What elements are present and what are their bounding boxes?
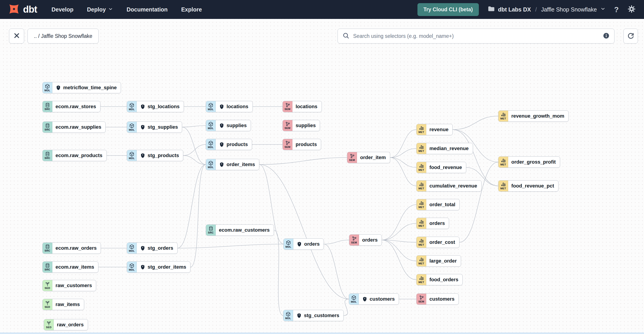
- lineage-breadcrumb[interactable]: .. / Jaffle Shop Snowflake: [28, 29, 98, 43]
- node-type-badge: MDL: [129, 250, 135, 252]
- node-order_items[interactable]: MDLorder_items: [206, 159, 259, 170]
- node-type-badge: MET: [418, 225, 424, 227]
- node-type-badge: MDL: [129, 157, 135, 160]
- node-label: customers: [359, 294, 399, 305]
- node-orders_mdl[interactable]: MDLorders: [284, 238, 324, 250]
- node-order_total[interactable]: METorder_total: [416, 199, 460, 210]
- node-type-badge: MET: [418, 281, 424, 284]
- node-type-badge: SRC: [44, 249, 50, 252]
- metric-chart-icon: MET: [416, 274, 426, 285]
- node-label: products: [292, 139, 321, 150]
- node-type-badge: SRC: [44, 268, 50, 271]
- node-type-badge: MDL: [44, 89, 50, 92]
- project-chevron-down-icon[interactable]: [600, 6, 606, 13]
- node-cumulative_revenue[interactable]: METcumulative_revenue: [416, 180, 482, 191]
- gear-icon[interactable]: [627, 5, 636, 14]
- project-name[interactable]: Jaffle Shop Snowflake: [541, 6, 597, 13]
- node-customers_sem[interactable]: SEMcustomers: [416, 293, 459, 305]
- node-ecom_raw_customers[interactable]: SRCecom.raw_customers: [206, 224, 274, 236]
- node-locations_sem[interactable]: SEMlocations: [282, 101, 322, 112]
- node-label: ecom.raw_items: [52, 262, 98, 273]
- node-stg_order_items[interactable]: MDLstg_order_items: [127, 261, 190, 273]
- node-label: food_revenue_pct: [508, 180, 558, 191]
- bottom-accent-bar: [0, 333, 644, 334]
- node-stg_customers[interactable]: MDLstg_customers: [283, 310, 344, 321]
- node-stg_products[interactable]: MDLstg_products: [127, 150, 183, 161]
- node-food_orders[interactable]: METfood_orders: [416, 274, 462, 285]
- node-revenue_growth_mom[interactable]: METrevenue_growth_mom: [498, 110, 569, 122]
- dbt-logo-icon: [8, 3, 20, 16]
- node-orders_met[interactable]: METorders: [416, 218, 449, 229]
- info-icon[interactable]: [603, 32, 610, 40]
- database-icon: SRC: [43, 243, 52, 254]
- node-order_gross_profit[interactable]: METorder_gross_profit: [498, 157, 560, 168]
- nav-item-documentation[interactable]: Documentation: [126, 6, 168, 13]
- account-name[interactable]: dbt Labs DX: [498, 6, 531, 13]
- node-type-badge: MDL: [208, 108, 214, 111]
- node-ecom_raw_supplies[interactable]: SRCecom.raw_supplies: [42, 122, 106, 133]
- node-revenue[interactable]: METrevenue: [416, 124, 453, 135]
- node-label: stg_locations: [137, 101, 184, 112]
- node-order_cost[interactable]: METorder_cost: [416, 237, 460, 248]
- cube-icon: MDL: [206, 159, 216, 170]
- node-label: order_cost: [426, 237, 459, 248]
- node-raw_orders_seed[interactable]: SEDraw_orders: [44, 319, 88, 331]
- node-label: food_orders: [426, 274, 462, 285]
- node-stg_orders[interactable]: MDLstg_orders: [127, 242, 178, 254]
- node-metricflow_time_spine[interactable]: MDLmetricflow_time_spine: [42, 82, 121, 93]
- node-customers_mdl[interactable]: MDLcustomers: [349, 293, 399, 305]
- seed-icon: SED: [43, 299, 52, 310]
- dbt-logo[interactable]: dbt: [8, 3, 37, 16]
- node-ecom_raw_items[interactable]: SRCecom.raw_items: [42, 261, 98, 273]
- node-type-badge: MET: [418, 131, 424, 134]
- lineage-canvas[interactable]: [0, 19, 644, 334]
- try-cloud-cli-button[interactable]: Try Cloud CLI (beta): [418, 3, 479, 16]
- node-raw_items_seed[interactable]: SEDraw_items: [42, 299, 84, 310]
- node-food_revenue_pct[interactable]: METfood_revenue_pct: [498, 180, 558, 191]
- refresh-button[interactable]: [624, 29, 638, 43]
- contract-shield-icon: [219, 104, 224, 110]
- node-label: ecom.raw_orders: [52, 243, 101, 254]
- node-label: stg_products: [137, 150, 183, 161]
- nav-item-develop[interactable]: Develop: [52, 6, 73, 13]
- node-supplies_sem[interactable]: SEMsupplies: [282, 120, 320, 131]
- node-label: orders: [359, 235, 382, 245]
- node-products_mdl[interactable]: MDLproducts: [206, 139, 252, 150]
- node-orders_sem[interactable]: SEMorders: [349, 234, 382, 246]
- semantic-model-icon: SEM: [283, 101, 292, 112]
- cube-icon: MDL: [127, 262, 137, 273]
- cube-icon: MDL: [127, 150, 137, 161]
- node-type-badge: MDL: [208, 127, 214, 130]
- breadcrumb-separator: /: [534, 6, 538, 13]
- nav-item-explore[interactable]: Explore: [181, 6, 202, 13]
- node-label: locations: [292, 101, 322, 112]
- node-locations_mdl[interactable]: MDLlocations: [206, 101, 253, 112]
- contract-shield-icon: [296, 313, 302, 319]
- contract-shield-icon: [362, 296, 368, 302]
- node-ecom_raw_products[interactable]: SRCecom.raw_products: [42, 150, 107, 161]
- node-food_revenue[interactable]: METfood_revenue: [416, 162, 466, 173]
- metric-chart-icon: MET: [498, 111, 508, 122]
- nav-item-deploy[interactable]: Deploy: [87, 6, 113, 13]
- node-order_item_sem[interactable]: SEMorder_item: [347, 152, 390, 163]
- node-label: raw_orders: [54, 319, 88, 330]
- cube-icon: MDL: [206, 139, 216, 150]
- cube-icon: MDL: [284, 239, 293, 249]
- node-stg_supplies[interactable]: MDLstg_supplies: [127, 122, 182, 133]
- node-label: large_order: [426, 256, 461, 266]
- close-button[interactable]: [9, 29, 24, 43]
- semantic-model-icon: SEM: [347, 152, 357, 163]
- node-raw_customers_seed[interactable]: SEDraw_customers: [42, 280, 96, 291]
- node-median_revenue[interactable]: METmedian_revenue: [416, 143, 473, 154]
- node-large_order[interactable]: METlarge_order: [416, 255, 461, 267]
- node-label: ecom.raw_supplies: [52, 122, 106, 133]
- help-icon[interactable]: ?: [614, 6, 619, 13]
- node-ecom_raw_orders[interactable]: SRCecom.raw_orders: [42, 242, 101, 254]
- node-stg_locations[interactable]: MDLstg_locations: [127, 101, 184, 112]
- node-supplies_mdl[interactable]: MDLsupplies: [206, 120, 251, 131]
- node-products_sem[interactable]: SEMproducts: [282, 139, 321, 150]
- node-type-badge: MDL: [351, 301, 357, 303]
- database-icon: SRC: [43, 262, 52, 273]
- node-ecom_raw_stores[interactable]: SRCecom.raw_stores: [42, 101, 100, 112]
- search-input[interactable]: [353, 33, 600, 39]
